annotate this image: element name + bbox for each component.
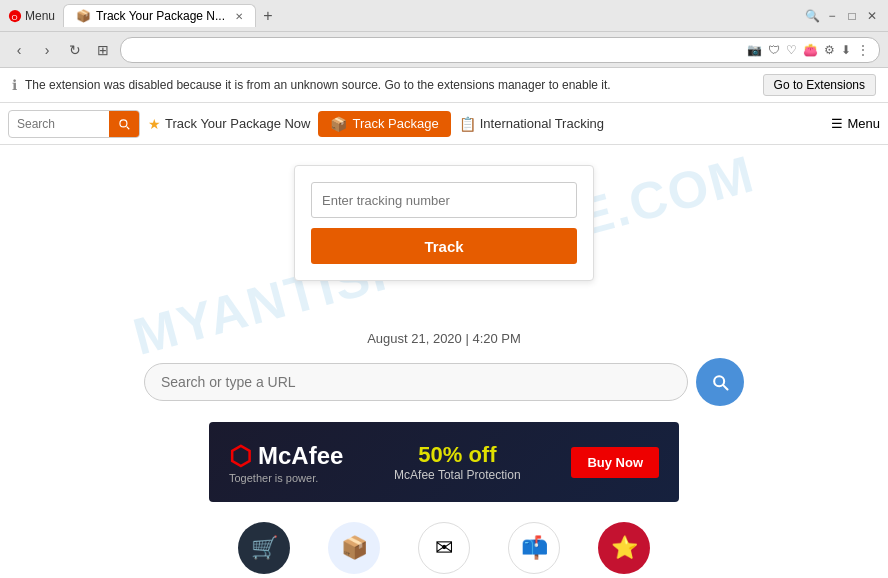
tab-close-icon[interactable]: ✕ [235, 11, 243, 22]
mcafee-logo-area: ⬡ McAfee Together is power. [229, 441, 343, 484]
track-your-package-now-link[interactable]: ★ Track Your Package Now [148, 116, 310, 132]
svg-text:O: O [12, 12, 18, 21]
search-icon [117, 117, 131, 131]
page-search-bar [144, 358, 744, 406]
toolbar-menu-button[interactable]: ☰ Menu [831, 116, 880, 131]
extensions-icon[interactable]: ⚙ [824, 43, 835, 57]
shortcut-item-macy's[interactable]: ⭐ Macy's [579, 522, 669, 578]
heart-icon[interactable]: ♡ [786, 43, 797, 57]
tracking-number-input[interactable] [311, 182, 577, 218]
active-tab[interactable]: 📦 Track Your Package N... ✕ [63, 4, 256, 27]
maximize-button[interactable]: □ [844, 8, 860, 24]
shortcut-icon: ⭐ [598, 522, 650, 574]
camera-icon[interactable]: 📷 [747, 43, 762, 57]
extension-warning-text: The extension was disabled because it is… [25, 78, 755, 92]
track-pkg-label: Track Package [352, 116, 438, 131]
mcafee-offer-text: 50% off [394, 442, 521, 468]
shortcut-icon: 🛒 [238, 522, 290, 574]
shortcut-icon: ✉ [418, 522, 470, 574]
extension-warning-bar: ℹ The extension was disabled because it … [0, 68, 888, 103]
page-toolbar: ★ Track Your Package Now 📦 Track Package… [0, 103, 888, 145]
window-controls: 🔍 − □ ✕ [804, 8, 880, 24]
go-to-extensions-button[interactable]: Go to Extensions [763, 74, 876, 96]
mcafee-logo: ⬡ McAfee [229, 441, 343, 472]
menu-label: Menu [847, 116, 880, 131]
menu-label: Menu [25, 9, 55, 23]
international-tracking-link[interactable]: 📋 International Tracking [459, 116, 604, 132]
warning-info-icon: ℹ [12, 77, 17, 93]
shortcuts-grid: 🛒 Amazon 📦 Packages Tracker ✉ USPS 📫 Fed… [194, 522, 694, 578]
mcafee-advertisement[interactable]: ⬡ McAfee Together is power. 50% off McAf… [209, 422, 679, 502]
tab-bar: 📦 Track Your Package N... ✕ + [63, 4, 804, 28]
mcafee-buy-button[interactable]: Buy Now [571, 447, 659, 478]
mcafee-shield-icon: ⬡ [229, 441, 252, 472]
track-package-button[interactable]: 📦 Track Package [318, 111, 450, 137]
page-search-button[interactable] [696, 358, 744, 406]
toolbar-search-wrap [8, 110, 140, 138]
url-bar[interactable]: 📷 🛡 ♡ 👛 ⚙ ⬇ ⋮ [120, 37, 880, 63]
datetime-display: August 21, 2020 | 4:20 PM [0, 331, 888, 346]
tab-favicon-icon: 📦 [76, 9, 90, 23]
opera-menu-button[interactable]: O Menu [8, 9, 55, 23]
new-tab-button[interactable]: + [256, 4, 280, 28]
track-button[interactable]: Track [311, 228, 577, 264]
download-icon[interactable]: ⬇ [841, 43, 851, 57]
minimize-button[interactable]: − [824, 8, 840, 24]
star-icon: ★ [148, 116, 161, 132]
mcafee-logo-text: McAfee [258, 442, 343, 470]
shortcut-icon: 📦 [328, 522, 380, 574]
page-search-input[interactable] [144, 363, 688, 401]
mcafee-product-text: McAfee Total Protection [394, 468, 521, 482]
track-now-label: Track Your Package Now [165, 116, 310, 131]
clipboard-icon: 📋 [459, 116, 476, 132]
address-bar-icons: 📷 🛡 ♡ 👛 ⚙ ⬇ ⋮ [747, 43, 869, 57]
close-button[interactable]: ✕ [864, 8, 880, 24]
shortcut-icon: 📫 [508, 522, 560, 574]
mcafee-tagline: Together is power. [229, 472, 318, 484]
intl-label: International Tracking [480, 116, 604, 131]
shield-icon[interactable]: 🛡 [768, 43, 780, 57]
tab-title: Track Your Package N... [96, 9, 225, 23]
browser-titlebar: O Menu 📦 Track Your Package N... ✕ + 🔍 −… [0, 0, 888, 32]
shortcut-item-fedex[interactable]: 📫 Fedex [489, 522, 579, 578]
search-icon [710, 372, 730, 392]
address-bar-row: ‹ › ↻ ⊞ 📷 🛡 ♡ 👛 ⚙ ⬇ ⋮ [0, 32, 888, 68]
toolbar-search-button[interactable] [109, 110, 139, 138]
tracking-widget: Track [294, 165, 594, 281]
back-button[interactable]: ‹ [8, 39, 30, 61]
shortcut-item-usps[interactable]: ✉ USPS [399, 522, 489, 578]
shortcut-item-packages-tracker[interactable]: 📦 Packages Tracker [309, 522, 399, 578]
datetime-text: August 21, 2020 | 4:20 PM [367, 331, 521, 346]
overflow-icon[interactable]: ⋮ [857, 43, 869, 57]
package-icon: 📦 [330, 116, 347, 132]
hamburger-icon: ☰ [831, 116, 843, 131]
search-icon[interactable]: 🔍 [804, 8, 820, 24]
wallet-icon[interactable]: 👛 [803, 43, 818, 57]
forward-button[interactable]: › [36, 39, 58, 61]
main-content: MYANTISPY WARE.COM Track August 21, 2020… [0, 145, 888, 578]
home-button[interactable]: ⊞ [92, 39, 114, 61]
mcafee-offer-area: 50% off McAfee Total Protection [394, 442, 521, 482]
reload-button[interactable]: ↻ [64, 39, 86, 61]
shortcut-item-amazon[interactable]: 🛒 Amazon [219, 522, 309, 578]
toolbar-search-input[interactable] [9, 117, 109, 131]
